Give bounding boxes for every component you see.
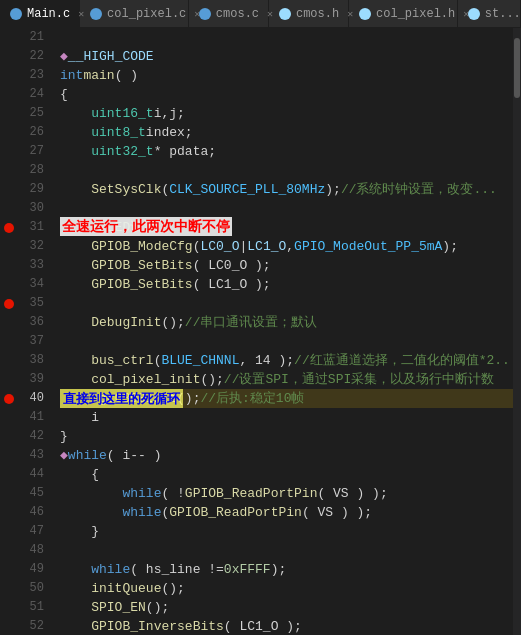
line-num-49: 49 <box>18 560 50 579</box>
line-num-28: 28 <box>18 161 50 180</box>
kw-while45: while <box>122 484 161 503</box>
breakpoint-40[interactable] <box>4 394 14 404</box>
fn-setsysclk: SetSysClk <box>91 180 161 199</box>
type-uint32: uint32_t <box>91 142 153 161</box>
gutter-26 <box>0 123 18 142</box>
line-num-45: 45 <box>18 484 50 503</box>
code-line-51: SPIO_EN(); <box>60 598 521 617</box>
const-bluechnnl: BLUE_CHNNL <box>161 351 239 370</box>
gutter-39 <box>0 370 18 389</box>
line-num-50: 50 <box>18 579 50 598</box>
fn-setbits33: GPIOB_SetBits <box>91 256 192 275</box>
fn-setbits34: GPIOB_SetBits <box>91 275 192 294</box>
line-num-23: 23 <box>18 66 50 85</box>
tab-label-col-pixel-h: col_pixel.h <box>376 7 455 21</box>
tab-icon-col-pixel-h <box>359 8 371 20</box>
rest29: ); <box>325 180 341 199</box>
tab-cmos-h[interactable]: cmos.h ✕ <box>269 0 349 27</box>
gutter-36 <box>0 313 18 332</box>
const-clksource: CLK_SOURCE_PLL_80MHz <box>169 180 325 199</box>
tab-label-col-pixel-c: col_pixel.c <box>107 7 186 21</box>
tab-col-pixel-c[interactable]: col_pixel.c ✕ <box>80 0 189 27</box>
code-line-39: col_pixel_init();//设置SPI，通过SPI采集，以及场行中断计… <box>60 370 521 389</box>
cmt-39: //设置SPI，通过SPI采集，以及场行中断计数 <box>224 370 494 389</box>
breakpoint-31[interactable] <box>4 223 14 233</box>
annotation-red-text: 全速运行，此两次中断不停 <box>60 217 232 236</box>
brace-close-42: } <box>60 427 68 446</box>
code-line-27: uint32_t* pdata; <box>60 142 521 161</box>
scrollbar-thumb[interactable] <box>514 38 520 98</box>
code-line-34: GPIOB_SetBits( LC1_O ); <box>60 275 521 294</box>
code-line-31: //LED设置 全速运行，此两次中断不停 <box>60 218 521 237</box>
rest49a: ( hs_line != <box>130 560 224 579</box>
code-line-45: while( !GPIOB_ReadPortPin( VS ) ); <box>60 484 521 503</box>
gutter-25 <box>0 104 18 123</box>
var-index: index; <box>146 123 193 142</box>
code-line-30 <box>60 199 521 218</box>
tab-label-cmos-h: cmos.h <box>296 7 339 21</box>
breakpoint-35[interactable] <box>4 299 14 309</box>
rest50: (); <box>161 579 184 598</box>
code-line-43: ◆ while( i-- ) <box>60 446 521 465</box>
gutter-42 <box>0 427 18 446</box>
line-num-31: 31 <box>18 218 50 237</box>
gutter-40 <box>0 389 18 408</box>
code-line-29: SetSysClk( CLK_SOURCE_PLL_80MHz );//系统时钟… <box>60 180 521 199</box>
tab-icon-st <box>468 8 480 20</box>
diamond-43: ◆ <box>60 446 68 465</box>
line-num-36: 36 <box>18 313 50 332</box>
tab-cmos-c[interactable]: cmos.c ✕ <box>189 0 269 27</box>
code-line-23: int main( ) <box>60 66 521 85</box>
gutter-23 <box>0 66 18 85</box>
tab-bar: Main.c ✕ col_pixel.c ✕ cmos.c ✕ cmos.h ✕… <box>0 0 521 28</box>
line-num-51: 51 <box>18 598 50 617</box>
gutter-32 <box>0 237 18 256</box>
line-num-43: 43 <box>18 446 50 465</box>
indent <box>60 313 91 332</box>
line-num-41: 41 <box>18 408 50 427</box>
scrollbar-vertical[interactable] <box>513 28 521 635</box>
code-line-24: { <box>60 85 521 104</box>
code-line-47: } <box>60 522 521 541</box>
tab-main-c[interactable]: Main.c ✕ <box>0 0 80 27</box>
paren: ( ) <box>115 66 138 85</box>
rest33: ( LC0_O ); <box>193 256 271 275</box>
fn-initqueue: initQueue <box>91 579 161 598</box>
line-num-46: 46 <box>18 503 50 522</box>
code-line-49: while( hs_line != 0xFFFF ); <box>60 560 521 579</box>
code-line-25: uint16_t i,j; <box>60 104 521 123</box>
line-num-35: 35 <box>18 294 50 313</box>
fn-spioen: SPIO_EN <box>91 598 146 617</box>
tab-label-cmos-c: cmos.c <box>216 7 259 21</box>
line-num-33: 33 <box>18 256 50 275</box>
gutter-52 <box>0 617 18 635</box>
fn-readportpin45: GPIOB_ReadPortPin <box>185 484 318 503</box>
line-num-42: 42 <box>18 427 50 446</box>
code-content[interactable]: ◆ __HIGH_CODE int main( ) { uint16_t i,j… <box>56 28 521 635</box>
indent45 <box>60 484 122 503</box>
indent <box>60 370 91 389</box>
gutter-29 <box>0 180 18 199</box>
tab-st[interactable]: st... <box>458 0 521 27</box>
code-line-46: while( GPIOB_ReadPortPin( VS ) ); <box>60 503 521 522</box>
line-num-39: 39 <box>18 370 50 389</box>
annotation-blue-text: 直接到这里的死循环 <box>60 389 183 408</box>
rest46b: ( VS ) ); <box>302 503 372 522</box>
code-line-37 <box>60 332 521 351</box>
fn-colpixelinit: col_pixel_init <box>91 370 200 389</box>
rest36: (); <box>161 313 184 332</box>
indent <box>60 351 91 370</box>
code-line-26: uint8_t index; <box>60 123 521 142</box>
fn-modecfg: GPIOB_ModeCfg <box>91 237 192 256</box>
indent <box>60 408 91 427</box>
cmt-38: //红蓝通道选择，二值化的阈值*2... <box>294 351 518 370</box>
const-lc1: LC1_O <box>247 237 286 256</box>
line-num-29: 29 <box>18 180 50 199</box>
indent <box>60 275 91 294</box>
gutter-43 <box>0 446 18 465</box>
code-line-33: GPIOB_SetBits( LC0_O ); <box>60 256 521 275</box>
indent <box>60 142 91 161</box>
code-line-52: GPIOB_InverseBits( LC1_O ); <box>60 617 521 635</box>
tab-col-pixel-h[interactable]: col_pixel.h ✕ <box>349 0 458 27</box>
indent51 <box>60 598 91 617</box>
